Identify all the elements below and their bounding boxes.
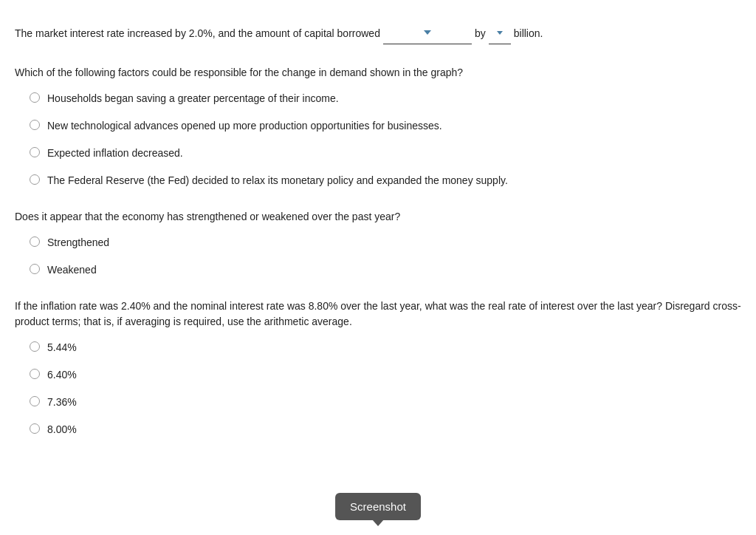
screenshot-label: Screenshot bbox=[350, 500, 406, 513]
q4-option-3-text: 7.36% bbox=[47, 395, 741, 410]
q1-text-before: The market interest rate increased by 2.… bbox=[15, 23, 380, 44]
q1-dropdown-1-value bbox=[383, 22, 418, 43]
q2-option-4-text: The Federal Reserve (the Fed) decided to… bbox=[47, 173, 741, 188]
q4-option-4-radio[interactable] bbox=[30, 423, 40, 434]
q3-options-list: Strengthened Weakened bbox=[15, 235, 741, 278]
q4-options-list: 5.44% 6.40% 7.36% 8.00% bbox=[15, 340, 741, 437]
q3-option-1-text: Strengthened bbox=[47, 235, 741, 251]
q4-option-1-radio[interactable] bbox=[30, 341, 40, 352]
list-item: Expected inflation decreased. bbox=[30, 146, 741, 161]
list-item: 8.00% bbox=[30, 422, 741, 437]
q3-text: Does it appear that the economy has stre… bbox=[15, 209, 741, 225]
q3-option-2-text: Weakened bbox=[47, 262, 741, 278]
list-item: 6.40% bbox=[30, 367, 741, 383]
list-item: 7.36% bbox=[30, 395, 741, 410]
q2-option-4-radio[interactable] bbox=[30, 174, 40, 185]
q1-dropdown-1-arrow-icon bbox=[424, 30, 431, 35]
q1-text: The market interest rate increased by 2.… bbox=[15, 22, 741, 44]
q4-option-1-text: 5.44% bbox=[47, 340, 741, 355]
q2-option-2-radio[interactable] bbox=[30, 120, 40, 130]
question-2: Which of the following factors could be … bbox=[15, 65, 741, 188]
q2-option-3-text: Expected inflation decreased. bbox=[47, 146, 741, 161]
q2-text: Which of the following factors could be … bbox=[15, 65, 741, 81]
q4-option-2-text: 6.40% bbox=[47, 367, 741, 383]
list-item: 5.44% bbox=[30, 340, 741, 355]
question-3: Does it appear that the economy has stre… bbox=[15, 209, 741, 278]
q1-dropdown-1[interactable] bbox=[383, 22, 472, 44]
list-item: Strengthened bbox=[30, 235, 741, 251]
list-item: New technological advances opened up mor… bbox=[30, 118, 741, 134]
q4-option-3-radio[interactable] bbox=[30, 396, 40, 406]
q2-option-1-text: Households began saving a greater percen… bbox=[47, 91, 741, 106]
screenshot-button[interactable]: Screenshot bbox=[335, 493, 421, 520]
q3-option-2-radio[interactable] bbox=[30, 264, 40, 274]
list-item: Weakened bbox=[30, 262, 741, 278]
q3-option-1-radio[interactable] bbox=[30, 236, 40, 247]
q1-dropdown-2-value bbox=[489, 22, 495, 43]
q4-option-2-radio[interactable] bbox=[30, 369, 40, 379]
q2-option-1-radio[interactable] bbox=[30, 92, 40, 103]
question-4: If the inflation rate was 2.40% and the … bbox=[15, 299, 741, 437]
question-1: The market interest rate increased by 2.… bbox=[15, 22, 741, 44]
q1-dropdown-2-arrow-icon bbox=[497, 31, 503, 35]
q2-option-3-radio[interactable] bbox=[30, 147, 40, 157]
q4-option-4-text: 8.00% bbox=[47, 422, 741, 437]
q2-option-2-text: New technological advances opened up mor… bbox=[47, 118, 741, 134]
q1-text-after: billion. bbox=[514, 23, 543, 44]
q4-text: If the inflation rate was 2.40% and the … bbox=[15, 299, 741, 330]
list-item: The Federal Reserve (the Fed) decided to… bbox=[30, 173, 741, 188]
q2-options-list: Households began saving a greater percen… bbox=[15, 91, 741, 188]
q1-text-middle: by bbox=[475, 23, 486, 44]
q1-dropdown-2[interactable] bbox=[489, 22, 511, 44]
list-item: Households began saving a greater percen… bbox=[30, 91, 741, 106]
